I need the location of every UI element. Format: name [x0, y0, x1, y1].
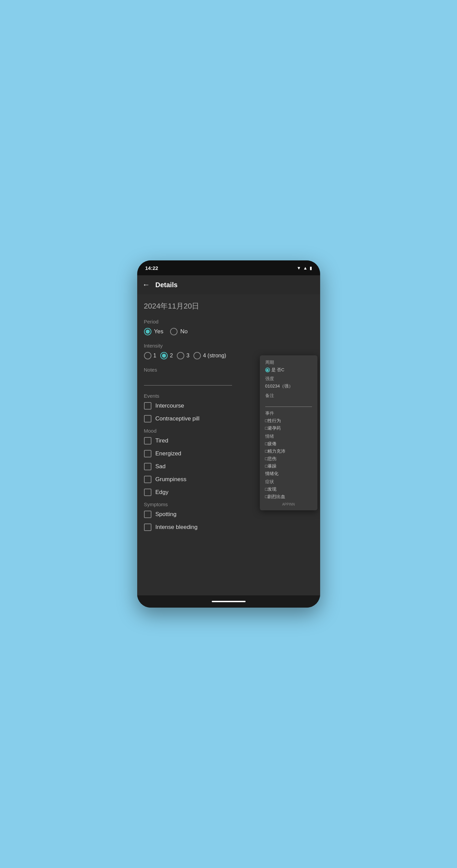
tooltip-symptom-2-label: □剧烈出血 — [265, 494, 286, 500]
period-radio-group: Yes No — [144, 328, 313, 335]
tooltip-period-radio: 是 否C — [265, 367, 312, 373]
signal-icon: ▲ — [303, 265, 308, 271]
tired-checkbox[interactable] — [144, 437, 151, 445]
status-bar: 14:22 ▼ ▲ ▮ — [137, 260, 320, 275]
period-no-label: No — [180, 328, 188, 335]
tooltip-notes-label: 备注 — [265, 393, 312, 399]
sad-checkbox[interactable] — [144, 463, 151, 470]
intensity-3-option[interactable]: 3 — [177, 352, 189, 359]
tooltip-mood-label: 情绪 — [265, 433, 312, 439]
back-button[interactable]: ← — [143, 280, 150, 289]
spotting-checkbox[interactable] — [144, 511, 151, 518]
tooltip-mood-5: 情绪化 — [265, 471, 312, 477]
main-content: 2024年11月20日 Period Yes No Intensity 1 2 — [137, 294, 320, 608]
tooltip-notes-underline — [265, 400, 312, 407]
intensity-2-option[interactable]: 2 — [160, 352, 173, 359]
period-no-option[interactable]: No — [170, 328, 188, 335]
energized-checkbox[interactable] — [144, 450, 151, 457]
intercourse-label: Intercourse — [155, 402, 184, 409]
grumpiness-checkbox[interactable] — [144, 476, 151, 483]
status-icons: ▼ ▲ ▮ — [297, 265, 312, 271]
tooltip-symptoms-label: 症状 — [265, 479, 312, 485]
period-label: Period — [144, 319, 313, 324]
bottom-bar — [137, 595, 320, 608]
tooltip-mood-2-label: □精力充沛 — [265, 448, 286, 454]
wifi-icon: ▼ — [297, 265, 301, 271]
period-yes-option[interactable]: Yes — [144, 328, 164, 335]
tooltip-mood-1-label: □疲倦 — [265, 441, 277, 447]
sad-label: Sad — [155, 463, 166, 470]
intensity-2-label: 2 — [170, 353, 173, 359]
period-yes-label: Yes — [154, 328, 164, 335]
intensity-4-option[interactable]: 4 (strong) — [193, 352, 226, 359]
intensity-1-label: 1 — [153, 353, 157, 359]
intercourse-checkbox[interactable] — [144, 402, 151, 410]
tooltip-mood-section: 情绪 □疲倦 □精力充沛 □悲伤 □暴躁 情绪化 — [265, 433, 312, 477]
intense-bleeding-checkbox[interactable] — [144, 524, 151, 531]
notes-input[interactable] — [144, 376, 232, 386]
battery-icon: ▮ — [310, 265, 312, 271]
tooltip-symptom-1-label: □发现 — [265, 486, 277, 492]
intensity-1-radio[interactable] — [144, 352, 151, 359]
contraceptive-checkbox[interactable] — [144, 415, 151, 422]
intensity-2-radio[interactable] — [160, 352, 168, 359]
tooltip-mood-3: □悲伤 — [265, 456, 312, 462]
tooltip-event-1-label: □性行为 — [265, 418, 281, 424]
period-yes-radio[interactable] — [144, 328, 151, 335]
tooltip-mood-1: □疲倦 — [265, 441, 312, 447]
spotting-item[interactable]: Spotting — [144, 511, 313, 518]
tooltip-period-options: 是 否C — [271, 367, 285, 373]
tooltip-period-label: 周期 — [265, 359, 312, 366]
grumpiness-label: Grumpiness — [155, 476, 187, 483]
phone-frame: 14:22 ▼ ▲ ▮ ← Details 2024年11月20日 Period… — [137, 260, 320, 608]
spotting-label: Spotting — [155, 511, 176, 518]
top-bar: ← Details — [137, 275, 320, 294]
status-time: 14:22 — [145, 265, 158, 271]
intensity-4-label: 4 (strong) — [203, 353, 226, 359]
tooltip-event-1: □性行为 — [265, 418, 312, 424]
tooltip-intensity-label: 强度 — [265, 376, 312, 382]
tooltip-mood-4: □暴躁 — [265, 463, 312, 469]
tooltip-panel: 周期 是 否C 强度 010234（强） 备注 事件 □性行为 □避孕药 情绪 … — [260, 355, 317, 510]
tooltip-mood-2: □精力充沛 — [265, 448, 312, 454]
edgy-label: Edgy — [155, 489, 169, 496]
tooltip-event-2: □避孕药 — [265, 425, 312, 431]
tooltip-mood-5-label: 情绪化 — [265, 471, 278, 477]
appinn-label: APPINN — [265, 502, 312, 506]
edgy-checkbox[interactable] — [144, 489, 151, 496]
intense-bleeding-item[interactable]: Intense bleeding — [144, 524, 313, 531]
intensity-3-label: 3 — [186, 353, 189, 359]
date-heading: 2024年11月20日 — [144, 301, 313, 311]
intensity-1-option[interactable]: 1 — [144, 352, 157, 359]
energized-label: Energized — [155, 450, 182, 457]
intensity-3-radio[interactable] — [177, 352, 184, 359]
intense-bleeding-label: Intense bleeding — [155, 524, 198, 531]
tooltip-mood-4-label: □暴躁 — [265, 463, 277, 469]
page-title: Details — [155, 281, 178, 289]
period-no-radio[interactable] — [170, 328, 178, 335]
tooltip-mood-3-label: □悲伤 — [265, 456, 277, 462]
intensity-4-radio[interactable] — [193, 352, 201, 359]
tooltip-event-2-label: □避孕药 — [265, 425, 281, 431]
tooltip-intensity-section: 强度 010234（强） — [265, 376, 312, 389]
tooltip-symptom-2: □剧烈出血 — [265, 494, 312, 500]
intensity-label: Intensity — [144, 343, 313, 349]
home-indicator — [212, 601, 246, 602]
tooltip-period-yes-radio — [265, 368, 270, 372]
tooltip-events-label: 事件 — [265, 410, 312, 416]
contraceptive-label: Contraceptive pill — [155, 415, 200, 422]
tooltip-symptom-1: □发现 — [265, 486, 312, 492]
tooltip-symptoms-section: 症状 □发现 □剧烈出血 — [265, 479, 312, 500]
tired-label: Tired — [155, 437, 168, 444]
tooltip-intensity-options: 010234（强） — [265, 383, 312, 389]
